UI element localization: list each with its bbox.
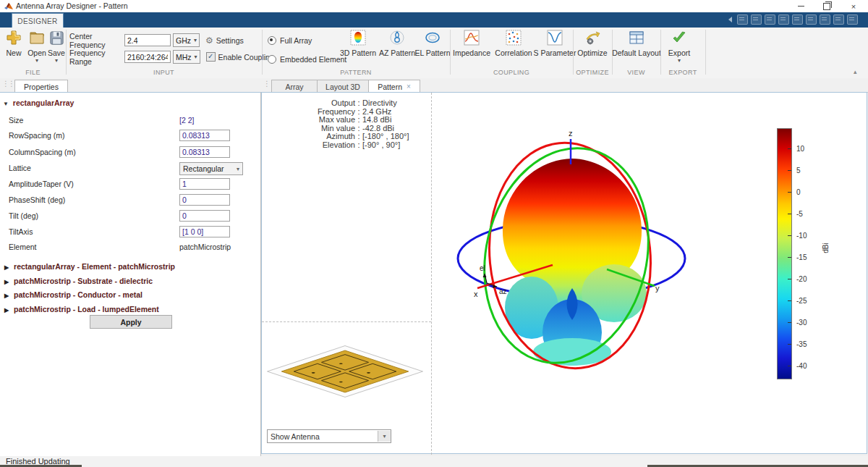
rowspacing-input[interactable] — [179, 130, 230, 141]
close-icon: × — [851, 2, 856, 11]
view-section-label: VIEW — [612, 69, 660, 77]
tree-item-conductor[interactable]: ▶ patchMicrostrip - Conductor - metal — [4, 290, 256, 299]
el-pattern-button[interactable]: EL Pattern — [414, 29, 451, 57]
open-folder-icon — [28, 29, 46, 46]
3d-pattern-button[interactable]: 3D Pattern — [337, 29, 379, 57]
antenna-preview-inset: Show Antenna ▾ — [263, 322, 431, 454]
window-icon[interactable] — [820, 14, 830, 25]
properties-panel: ▼ rectangularArray Size [2 2] RowSpacing… — [0, 92, 261, 457]
property-row-columnspacing: ColumnSpacing (m) — [0, 146, 260, 159]
pane-splitter-vertical[interactable] — [431, 93, 432, 455]
paste-icon[interactable] — [778, 14, 789, 25]
antenna-geometry-preview[interactable] — [263, 322, 431, 424]
colorbar-gradient[interactable] — [777, 128, 792, 379]
help-icon[interactable] — [833, 14, 844, 25]
frequency-range-input[interactable] — [124, 51, 171, 63]
optimize-button[interactable]: Optimize — [574, 29, 610, 57]
default-layout-button[interactable]: Default Layout — [613, 29, 660, 57]
cut-icon[interactable] — [751, 14, 762, 25]
tree-collapsed-icon: ▶ — [4, 307, 9, 314]
tree-item-substrate[interactable]: ▶ patchMicrostrip - Substrate - dielectr… — [4, 277, 256, 285]
embedded-element-radio[interactable]: Embedded Element — [268, 55, 346, 64]
tab-designer[interactable]: DESIGNER — [12, 13, 64, 28]
tab-close-icon[interactable]: × — [407, 83, 411, 91]
minimize-button[interactable] — [788, 0, 813, 12]
tab-array[interactable]: Array — [271, 80, 318, 93]
section-divider — [262, 30, 263, 75]
apply-button[interactable]: Apply — [90, 315, 172, 329]
frequency-range-unit-select[interactable]: MHz▾ — [173, 50, 200, 64]
export-button[interactable]: Export ▾ — [662, 29, 697, 63]
qat-collapse-icon[interactable] — [728, 17, 732, 22]
columnspacing-input[interactable] — [179, 146, 230, 158]
property-row-phaseshift: PhaseShift (deg) — [0, 194, 260, 207]
tab-layout-3d[interactable]: Layout 3D — [317, 80, 369, 93]
ribbon: New Open ▾ Save ▾ FILE Center Frequency … — [0, 28, 868, 79]
export-dropdown-icon[interactable]: ▾ — [678, 59, 681, 63]
el-label: el — [480, 264, 485, 272]
settings-gear-icon[interactable]: ⚙ — [205, 35, 213, 46]
colorbar-tick: -15 — [796, 253, 807, 261]
select-dropdown-icon: ▾ — [378, 431, 391, 442]
3d-pattern-icon — [349, 29, 367, 46]
colorbar-unit-label: dBi — [822, 243, 830, 253]
save-button[interactable]: Save ▾ — [46, 29, 67, 63]
center-frequency-unit-select[interactable]: GHz▾ — [173, 33, 200, 47]
lattice-select[interactable]: Rectangular ▾ — [179, 162, 243, 175]
restore-button[interactable] — [814, 0, 839, 12]
impedance-icon — [463, 29, 480, 46]
ribbon-collapse-icon[interactable]: ▴ — [854, 68, 857, 75]
tab-pattern[interactable]: Pattern × — [368, 80, 420, 93]
colorbar: 10 5 0 -5 -10 -15 -20 -25 -30 -35 -40 dB… — [777, 128, 864, 378]
new-icon — [5, 29, 22, 46]
az-pattern-icon — [388, 29, 406, 46]
close-button[interactable]: × — [841, 0, 866, 12]
document-tab-row: ⋮⋮ Array Layout 3D Pattern × — [261, 78, 868, 93]
rectangular-array-header[interactable]: ▼ rectangularArray — [3, 98, 74, 107]
options-icon[interactable] — [847, 14, 858, 25]
enable-coupling-checkbox[interactable]: ✓ — [206, 52, 216, 62]
save-floppy-icon — [48, 29, 65, 46]
optimize-icon — [584, 29, 601, 46]
az-pattern-button[interactable]: AZ Pattern — [376, 29, 418, 57]
center-frequency-input[interactable] — [124, 34, 171, 46]
tilt-input[interactable] — [179, 210, 230, 222]
colorbar-tick: -5 — [796, 210, 803, 218]
new-button[interactable]: New — [3, 29, 25, 57]
z-axis-label: z — [569, 129, 573, 138]
tree-item-element[interactable]: ▶ rectangularArray - Element - patchMicr… — [4, 262, 256, 271]
tree-item-load[interactable]: ▶ patchMicrostrip - Load - lumpedElement — [4, 305, 256, 314]
correlation-button[interactable]: Correlation — [492, 29, 535, 57]
minimize-icon — [798, 6, 804, 7]
undo-icon[interactable] — [792, 14, 803, 25]
tab-properties[interactable]: Properties — [14, 80, 68, 93]
property-row-rowspacing: RowSpacing (m) — [0, 130, 260, 143]
file-section-label: FILE — [0, 69, 66, 77]
copy-icon[interactable] — [765, 14, 775, 25]
colorbar-tick: -20 — [796, 275, 807, 283]
save-icon[interactable] — [737, 14, 748, 25]
impedance-button[interactable]: Impedance — [451, 29, 492, 57]
check-icon: ✓ — [208, 52, 213, 60]
colorbar-tick: -10 — [796, 232, 807, 240]
select-dropdown-icon: ▾ — [237, 166, 239, 172]
restore-icon — [823, 3, 830, 10]
open-button[interactable]: Open ▾ — [26, 29, 48, 63]
settings-label[interactable]: Settings — [216, 36, 244, 45]
radio-off-icon — [268, 55, 276, 64]
amplitudetaper-input[interactable] — [179, 178, 230, 190]
frequency-range-row: Frequency Range MHz▾ ✓ Enable Coupling — [69, 51, 274, 63]
colorbar-tick: -30 — [796, 319, 807, 327]
radio-on-icon — [268, 36, 276, 45]
phaseshift-input[interactable] — [179, 194, 230, 206]
full-array-radio[interactable]: Full Array — [268, 36, 312, 45]
tiltaxis-input[interactable] — [179, 226, 230, 237]
redo-icon[interactable] — [806, 14, 817, 25]
substrate — [281, 350, 408, 392]
panel-grip[interactable]: ⋮⋮ — [2, 80, 14, 88]
show-antenna-select[interactable]: Show Antenna ▾ — [267, 429, 391, 443]
save-dropdown-icon[interactable]: ▾ — [55, 59, 58, 63]
unit-dropdown-icon: ▾ — [194, 38, 197, 43]
open-dropdown-icon[interactable]: ▾ — [35, 59, 38, 63]
s-parameter-button[interactable]: S Parameter — [532, 29, 577, 57]
